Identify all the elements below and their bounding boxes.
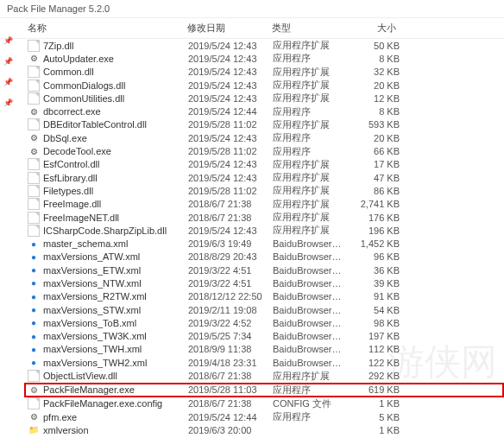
file-row[interactable]: ⚙dbcorrect.exe2019/5/24 12:44应用程序8 KB (28, 105, 504, 117)
file-row[interactable]: ●maxVersions_ToB.xml2019/3/22 4:52BaiduB… (28, 316, 504, 329)
dll-icon (28, 198, 40, 210)
file-row[interactable]: ●master_schema.xml2019/6/3 19:49BaiduBro… (28, 237, 504, 250)
file-date: 2019/5/24 12:43 (188, 133, 273, 143)
dll-icon (28, 212, 40, 224)
file-row[interactable]: ●maxVersions_TWH.xml2018/9/9 11:38BaiduB… (28, 343, 504, 356)
file-row[interactable]: 7Zip.dll2019/5/24 12:43应用程序扩展50 KB (28, 39, 504, 52)
file-name: Common.dll (43, 67, 188, 77)
file-date: 2018/12/12 22:50 (188, 291, 273, 302)
file-type: 应用程序扩展 (273, 92, 343, 105)
file-size: 98 KB (343, 318, 400, 328)
file-size: 2,741 KB (343, 199, 400, 209)
file-row[interactable]: DBEditorTableControl.dll2019/5/28 11:02应… (28, 118, 504, 131)
column-date[interactable]: 修改日期 (187, 22, 272, 35)
file-size: 619 KB (343, 384, 400, 395)
file-date: 2019/5/28 11:02 (188, 119, 273, 130)
file-name: PackFileManager.exe (43, 384, 188, 395)
file-row[interactable]: ●maxVersions_ATW.xml2018/8/29 20:43Baidu… (28, 251, 504, 263)
file-size: 20 KB (343, 133, 400, 143)
file-row[interactable]: ●maxVersions_R2TW.xml2018/12/12 22:50Bai… (28, 290, 504, 303)
file-date: 2019/5/24 12:43 (188, 41, 273, 51)
pin-icon[interactable]: 📌 (3, 78, 13, 86)
file-row[interactable]: ●maxVersions_STW.xml2019/2/11 19:08Baidu… (28, 303, 504, 316)
file-row[interactable]: FreeImageNET.dll2018/6/7 21:38应用程序扩展176 … (28, 211, 504, 224)
file-name: 7Zip.dll (43, 41, 188, 51)
file-size: 32 KB (343, 67, 400, 77)
file-size: 54 KB (343, 305, 400, 315)
folder-icon: 📁 (28, 424, 40, 436)
xml-icon: ● (28, 343, 40, 355)
file-name: EsfControl.dll (43, 159, 188, 169)
file-type: 应用程序扩展 (273, 211, 343, 224)
file-row[interactable]: PackFileManager.exe.config2018/6/7 21:38… (28, 397, 504, 410)
xml-icon: ● (28, 304, 40, 316)
xml-icon: ● (28, 264, 40, 276)
file-row[interactable]: EsfControl.dll2019/5/24 12:43应用程序扩展17 KB (28, 158, 504, 171)
file-name: maxVersions_TW3K.xml (43, 331, 188, 341)
file-type: 应用程序 (273, 105, 343, 118)
file-type: 应用程序扩展 (273, 66, 343, 79)
file-name: PackFileManager.exe.config (43, 398, 188, 409)
file-name: FreeImage.dll (43, 199, 188, 209)
file-list: 7Zip.dll2019/5/24 12:43应用程序扩展50 KB⚙AutoU… (0, 39, 504, 437)
file-row[interactable]: ●maxVersions_NTW.xml2019/3/22 4:51BaiduB… (28, 276, 504, 289)
file-row[interactable]: ●maxVersions_TWH2.xml2019/4/18 23:31Baid… (28, 356, 504, 369)
file-size: 17 KB (343, 159, 400, 169)
file-row[interactable]: ObjectListView.dll2018/6/7 21:38应用程序扩展29… (28, 369, 504, 382)
file-row[interactable]: 📁xmlversion2019/6/3 20:001 KB (28, 423, 504, 436)
column-name[interactable]: 名称 (28, 22, 187, 35)
dll-icon (28, 225, 40, 237)
file-row[interactable]: ⚙PackFileManager.exe2019/5/28 11:03应用程序6… (24, 383, 504, 397)
column-type[interactable]: 类型 (272, 22, 343, 35)
file-row[interactable]: ●maxVersions_ETW.xml2019/3/22 4:51BaiduB… (28, 263, 504, 276)
file-row[interactable]: FreeImage.dll2018/6/7 21:38应用程序扩展2,741 K… (28, 198, 504, 211)
file-name: DecodeTool.exe (43, 146, 188, 156)
window-title: Pack File Manager 5.2.0 (0, 0, 504, 18)
file-name: xmlversion (43, 425, 188, 435)
file-row[interactable]: ICSharpCode.SharpZipLib.dll2019/5/24 12:… (28, 224, 504, 237)
file-type: 应用程序扩展 (273, 79, 343, 92)
file-size: 91 KB (343, 291, 400, 302)
file-size: 86 KB (343, 186, 400, 196)
file-name: master_schema.xml (43, 238, 188, 249)
file-row[interactable]: ⚙pfm.exe2019/5/24 12:44应用程序5 KB (28, 410, 504, 423)
file-name: DbSql.exe (43, 133, 188, 143)
gear-icon: ⚙ (28, 384, 40, 396)
file-name: maxVersions_STW.xml (43, 305, 188, 315)
file-date: 2018/9/9 11:38 (188, 344, 273, 354)
file-name: Filetypes.dll (43, 186, 188, 196)
file-row[interactable]: Common.dll2019/5/24 12:43应用程序扩展32 KB (28, 66, 504, 79)
file-row[interactable]: CommonUtilities.dll2019/5/24 12:43应用程序扩展… (28, 92, 504, 105)
file-size: 292 KB (343, 371, 400, 381)
file-row[interactable]: ●maxVersions_TW3K.xml2019/5/25 7:34Baidu… (28, 330, 504, 343)
dll-icon (28, 40, 40, 52)
file-row[interactable]: Filetypes.dll2019/5/28 11:02应用程序扩展86 KB (28, 184, 504, 197)
dll-icon (28, 79, 40, 92)
file-date: 2019/3/22 4:51 (188, 278, 273, 289)
file-type: 应用程序扩展 (273, 370, 343, 383)
file-date: 2018/6/7 21:38 (188, 199, 273, 209)
file-row[interactable]: ⚙DecodeTool.exe2019/5/28 11:02应用程序66 KB (28, 144, 504, 157)
file-name: EsfLibrary.dll (43, 173, 188, 183)
file-date: 2019/5/24 12:43 (188, 93, 273, 104)
file-size: 96 KB (343, 251, 400, 262)
file-date: 2019/5/24 12:43 (188, 173, 273, 183)
column-size[interactable]: 大小 (343, 22, 403, 35)
file-name: pfm.exe (43, 412, 188, 422)
pin-icon[interactable]: 📌 (3, 36, 13, 45)
dll-icon (28, 158, 40, 170)
file-size: 197 KB (343, 331, 400, 341)
file-date: 2019/5/24 12:44 (188, 412, 273, 422)
file-row[interactable]: EsfLibrary.dll2019/5/24 12:43应用程序扩展47 KB (28, 171, 504, 184)
file-date: 2019/4/18 23:31 (188, 358, 273, 368)
file-size: 122 KB (343, 358, 400, 368)
xml-icon: ● (28, 357, 40, 369)
dll-icon (28, 92, 40, 105)
file-size: 112 KB (343, 344, 400, 354)
file-type: BaiduBrowser H... (273, 318, 343, 328)
file-row[interactable]: ⚙DbSql.exe2019/5/24 12:43应用程序20 KB (28, 131, 504, 144)
file-row[interactable]: ⚙AutoUpdater.exe2019/5/24 12:43应用程序8 KB (28, 52, 504, 65)
file-row[interactable]: CommonDialogs.dll2019/5/24 12:43应用程序扩展20… (28, 79, 504, 92)
pin-icon[interactable]: 📌 (3, 57, 13, 66)
pin-icon[interactable]: 📌 (3, 98, 13, 107)
